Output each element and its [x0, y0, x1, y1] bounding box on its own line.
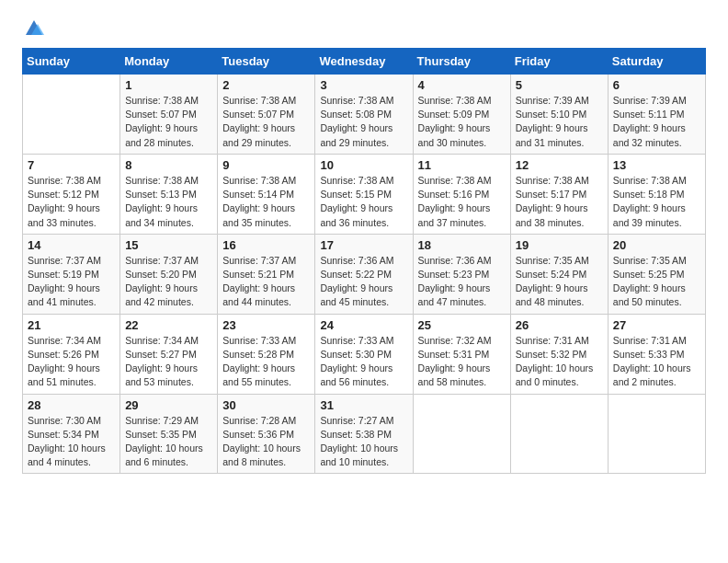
day-info: Sunrise: 7:30 AM Sunset: 5:34 PM Dayligh…	[28, 414, 115, 470]
day-number: 4	[418, 78, 506, 92]
day-number: 3	[320, 78, 407, 92]
day-info: Sunrise: 7:32 AM Sunset: 5:31 PM Dayligh…	[418, 334, 506, 390]
day-number: 10	[320, 158, 407, 172]
day-number: 25	[418, 318, 506, 332]
calendar-cell: 30Sunrise: 7:28 AM Sunset: 5:36 PM Dayli…	[218, 394, 315, 474]
calendar-week-5: 28Sunrise: 7:30 AM Sunset: 5:34 PM Dayli…	[23, 394, 706, 474]
day-number: 23	[222, 318, 310, 332]
day-info: Sunrise: 7:29 AM Sunset: 5:35 PM Dayligh…	[125, 414, 212, 470]
calendar-cell	[413, 394, 510, 474]
calendar-cell: 3Sunrise: 7:38 AM Sunset: 5:08 PM Daylig…	[315, 75, 413, 155]
day-info: Sunrise: 7:35 AM Sunset: 5:25 PM Dayligh…	[613, 254, 700, 310]
column-header-friday: Friday	[510, 49, 608, 75]
calendar-cell: 13Sunrise: 7:38 AM Sunset: 5:18 PM Dayli…	[608, 154, 705, 234]
day-number: 16	[222, 238, 310, 252]
day-info: Sunrise: 7:38 AM Sunset: 5:09 PM Dayligh…	[418, 94, 506, 150]
day-info: Sunrise: 7:38 AM Sunset: 5:07 PM Dayligh…	[125, 94, 212, 150]
calendar-week-4: 21Sunrise: 7:34 AM Sunset: 5:26 PM Dayli…	[23, 314, 706, 394]
calendar-cell	[608, 394, 705, 474]
day-info: Sunrise: 7:38 AM Sunset: 5:07 PM Dayligh…	[222, 94, 310, 150]
logo-icon	[24, 18, 44, 39]
day-number: 17	[320, 238, 407, 252]
day-info: Sunrise: 7:27 AM Sunset: 5:38 PM Dayligh…	[320, 414, 407, 470]
calendar-week-2: 7Sunrise: 7:38 AM Sunset: 5:12 PM Daylig…	[23, 154, 706, 234]
day-number: 24	[320, 318, 407, 332]
day-info: Sunrise: 7:38 AM Sunset: 5:18 PM Dayligh…	[613, 174, 700, 230]
day-number: 20	[613, 238, 700, 252]
day-number: 15	[125, 238, 212, 252]
calendar-cell: 31Sunrise: 7:27 AM Sunset: 5:38 PM Dayli…	[315, 394, 413, 474]
calendar-cell: 24Sunrise: 7:33 AM Sunset: 5:30 PM Dayli…	[315, 314, 413, 394]
calendar-cell: 29Sunrise: 7:29 AM Sunset: 5:35 PM Dayli…	[120, 394, 218, 474]
calendar-cell: 26Sunrise: 7:31 AM Sunset: 5:32 PM Dayli…	[510, 314, 608, 394]
calendar-cell: 19Sunrise: 7:35 AM Sunset: 5:24 PM Dayli…	[510, 234, 608, 314]
day-number: 11	[418, 158, 506, 172]
calendar-cell: 27Sunrise: 7:31 AM Sunset: 5:33 PM Dayli…	[608, 314, 705, 394]
day-info: Sunrise: 7:33 AM Sunset: 5:30 PM Dayligh…	[320, 334, 407, 390]
column-header-monday: Monday	[120, 49, 218, 75]
calendar-cell: 14Sunrise: 7:37 AM Sunset: 5:19 PM Dayli…	[23, 234, 120, 314]
calendar-cell: 6Sunrise: 7:39 AM Sunset: 5:11 PM Daylig…	[608, 75, 705, 155]
day-number: 9	[222, 158, 310, 172]
day-number: 18	[418, 238, 506, 252]
day-number: 22	[125, 318, 212, 332]
calendar-cell: 10Sunrise: 7:38 AM Sunset: 5:15 PM Dayli…	[315, 154, 413, 234]
calendar-cell: 22Sunrise: 7:34 AM Sunset: 5:27 PM Dayli…	[120, 314, 218, 394]
calendar-cell: 9Sunrise: 7:38 AM Sunset: 5:14 PM Daylig…	[218, 154, 315, 234]
day-info: Sunrise: 7:38 AM Sunset: 5:14 PM Dayligh…	[222, 174, 310, 230]
day-number: 2	[222, 78, 310, 92]
day-number: 8	[125, 158, 212, 172]
day-number: 21	[28, 318, 115, 332]
day-info: Sunrise: 7:38 AM Sunset: 5:15 PM Dayligh…	[320, 174, 407, 230]
calendar-cell: 23Sunrise: 7:33 AM Sunset: 5:28 PM Dayli…	[218, 314, 315, 394]
day-info: Sunrise: 7:38 AM Sunset: 5:13 PM Dayligh…	[125, 174, 212, 230]
day-number: 28	[28, 398, 115, 412]
calendar-cell: 1Sunrise: 7:38 AM Sunset: 5:07 PM Daylig…	[120, 75, 218, 155]
day-info: Sunrise: 7:31 AM Sunset: 5:33 PM Dayligh…	[613, 334, 700, 390]
column-header-wednesday: Wednesday	[315, 49, 413, 75]
calendar-cell	[510, 394, 608, 474]
calendar-cell: 12Sunrise: 7:38 AM Sunset: 5:17 PM Dayli…	[510, 154, 608, 234]
day-number: 7	[28, 158, 115, 172]
day-number: 6	[613, 78, 700, 92]
day-info: Sunrise: 7:34 AM Sunset: 5:27 PM Dayligh…	[125, 334, 212, 390]
day-info: Sunrise: 7:37 AM Sunset: 5:21 PM Dayligh…	[222, 254, 310, 310]
calendar-cell: 5Sunrise: 7:39 AM Sunset: 5:10 PM Daylig…	[510, 75, 608, 155]
day-number: 31	[320, 398, 407, 412]
day-info: Sunrise: 7:38 AM Sunset: 5:12 PM Dayligh…	[28, 174, 115, 230]
calendar-cell: 20Sunrise: 7:35 AM Sunset: 5:25 PM Dayli…	[608, 234, 705, 314]
calendar-cell: 8Sunrise: 7:38 AM Sunset: 5:13 PM Daylig…	[120, 154, 218, 234]
calendar-cell: 11Sunrise: 7:38 AM Sunset: 5:16 PM Dayli…	[413, 154, 510, 234]
calendar-cell	[23, 75, 120, 155]
calendar-cell: 2Sunrise: 7:38 AM Sunset: 5:07 PM Daylig…	[218, 75, 315, 155]
day-number: 1	[125, 78, 212, 92]
calendar-table: SundayMondayTuesdayWednesdayThursdayFrid…	[22, 48, 706, 474]
day-info: Sunrise: 7:36 AM Sunset: 5:22 PM Dayligh…	[320, 254, 407, 310]
day-number: 27	[613, 318, 700, 332]
calendar-cell: 18Sunrise: 7:36 AM Sunset: 5:23 PM Dayli…	[413, 234, 510, 314]
calendar-week-1: 1Sunrise: 7:38 AM Sunset: 5:07 PM Daylig…	[23, 75, 706, 155]
calendar-cell: 28Sunrise: 7:30 AM Sunset: 5:34 PM Dayli…	[23, 394, 120, 474]
day-number: 12	[516, 158, 603, 172]
calendar-cell: 7Sunrise: 7:38 AM Sunset: 5:12 PM Daylig…	[23, 154, 120, 234]
day-number: 30	[222, 398, 310, 412]
logo	[22, 18, 44, 39]
header	[22, 18, 706, 39]
calendar-cell: 15Sunrise: 7:37 AM Sunset: 5:20 PM Dayli…	[120, 234, 218, 314]
day-info: Sunrise: 7:28 AM Sunset: 5:36 PM Dayligh…	[222, 414, 310, 470]
column-header-tuesday: Tuesday	[218, 49, 315, 75]
day-number: 26	[516, 318, 603, 332]
column-header-thursday: Thursday	[413, 49, 510, 75]
column-header-sunday: Sunday	[23, 49, 120, 75]
calendar-cell: 4Sunrise: 7:38 AM Sunset: 5:09 PM Daylig…	[413, 75, 510, 155]
calendar-cell: 17Sunrise: 7:36 AM Sunset: 5:22 PM Dayli…	[315, 234, 413, 314]
calendar-cell: 16Sunrise: 7:37 AM Sunset: 5:21 PM Dayli…	[218, 234, 315, 314]
day-info: Sunrise: 7:34 AM Sunset: 5:26 PM Dayligh…	[28, 334, 115, 390]
day-number: 13	[613, 158, 700, 172]
day-info: Sunrise: 7:37 AM Sunset: 5:20 PM Dayligh…	[125, 254, 212, 310]
calendar-cell: 25Sunrise: 7:32 AM Sunset: 5:31 PM Dayli…	[413, 314, 510, 394]
day-info: Sunrise: 7:31 AM Sunset: 5:32 PM Dayligh…	[516, 334, 603, 390]
day-info: Sunrise: 7:38 AM Sunset: 5:08 PM Dayligh…	[320, 94, 407, 150]
day-info: Sunrise: 7:33 AM Sunset: 5:28 PM Dayligh…	[222, 334, 310, 390]
calendar-cell: 21Sunrise: 7:34 AM Sunset: 5:26 PM Dayli…	[23, 314, 120, 394]
